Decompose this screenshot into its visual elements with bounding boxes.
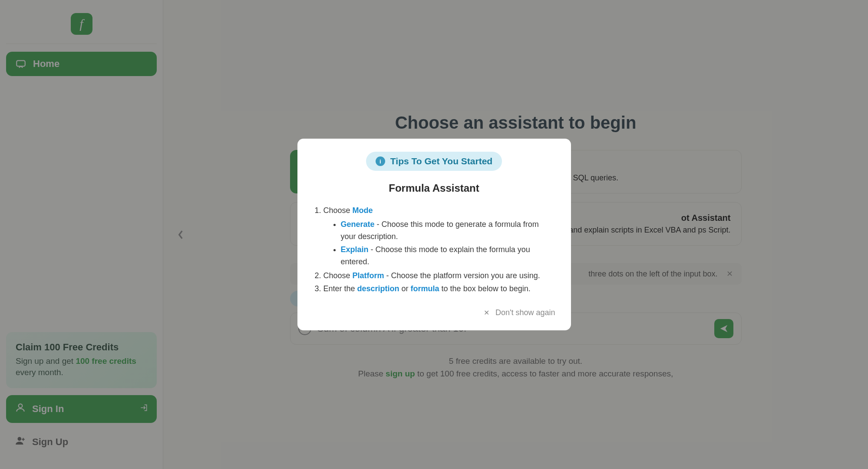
step1-mode-kw: Mode: [353, 206, 373, 215]
step2-prefix: Choose: [323, 271, 353, 280]
info-icon: i: [376, 156, 385, 166]
tips-badge: i Tips To Get You Started: [366, 152, 502, 171]
modal-steps: Choose Mode Generate - Choose this mode …: [313, 205, 555, 295]
step1-sublist: Generate - Choose this mode to generate …: [323, 219, 555, 268]
modal-overlay[interactable]: i Tips To Get You Started Formula Assist…: [0, 0, 868, 469]
explain-text: - Choose this mode to explain the formul…: [341, 245, 530, 266]
step3-mid: or: [399, 284, 411, 293]
step3-description-kw: description: [357, 284, 399, 293]
step2-text: - Choose the platform version you are us…: [384, 271, 540, 280]
modal-title: Formula Assistant: [313, 182, 555, 194]
step2-platform-kw: Platform: [353, 271, 384, 280]
step-2: Choose Platform - Choose the platform ve…: [323, 270, 555, 282]
tips-modal: i Tips To Get You Started Formula Assist…: [297, 139, 571, 330]
sub-explain: Explain - Choose this mode to explain th…: [341, 244, 555, 268]
step-3: Enter the description or formula to the …: [323, 283, 555, 295]
step1-prefix: Choose: [323, 206, 353, 215]
modal-body: Choose Mode Generate - Choose this mode …: [313, 205, 555, 295]
step-1: Choose Mode Generate - Choose this mode …: [323, 205, 555, 268]
badge-text: Tips To Get You Started: [390, 156, 492, 166]
dont-show-label: Don't show again: [495, 308, 555, 317]
explain-kw: Explain: [341, 245, 369, 254]
step3-prefix: Enter the: [323, 284, 357, 293]
dont-show-again-button[interactable]: ✕ Don't show again: [313, 308, 555, 317]
close-icon: ✕: [484, 309, 489, 317]
generate-kw: Generate: [341, 220, 375, 229]
step3-formula-kw: formula: [411, 284, 439, 293]
modal-badge-wrap: i Tips To Get You Started: [313, 152, 555, 171]
sub-generate: Generate - Choose this mode to generate …: [341, 219, 555, 243]
step3-text: to the box below to begin.: [439, 284, 531, 293]
